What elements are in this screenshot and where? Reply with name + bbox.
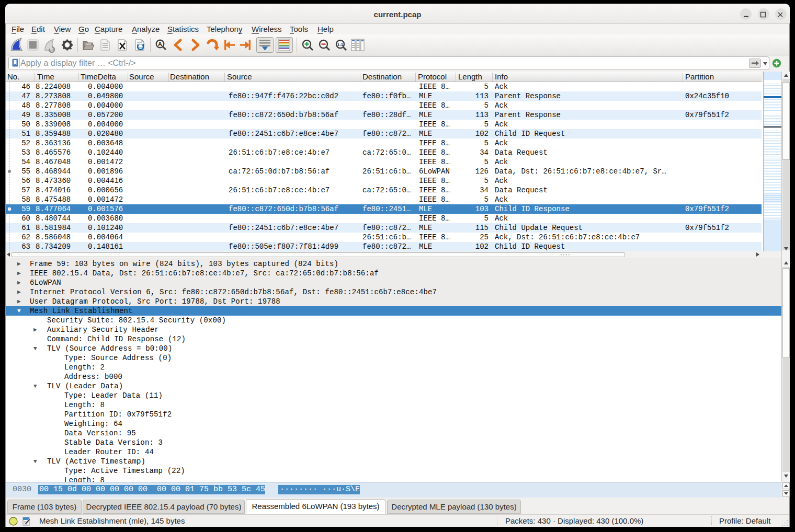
svg-text:1:1: 1:1 <box>337 42 344 47</box>
svg-text:A: A <box>158 41 162 47</box>
